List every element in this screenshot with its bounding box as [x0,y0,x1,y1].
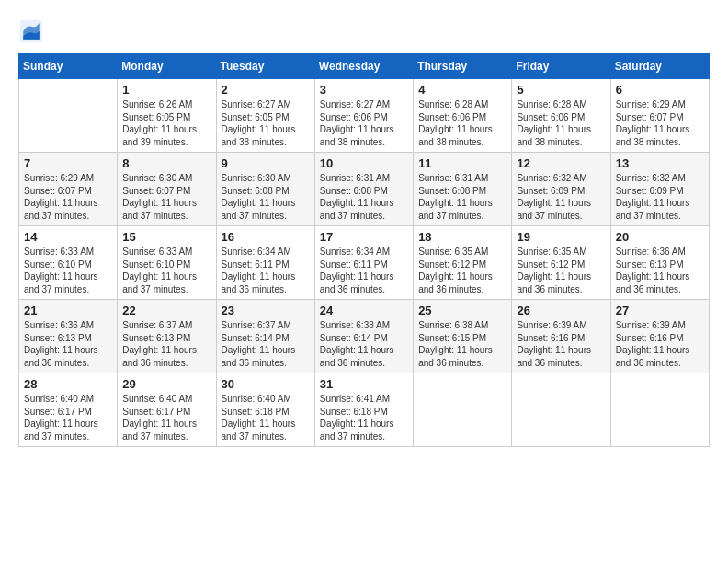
calendar-cell [512,373,610,447]
day-number: 30 [222,377,310,391]
day-info: Sunrise: 6:29 AMSunset: 6:07 PMDaylight:… [24,172,112,222]
calendar-week-row: 28Sunrise: 6:40 AMSunset: 6:17 PMDayligh… [19,373,710,447]
day-number: 5 [517,83,605,97]
day-info: Sunrise: 6:35 AMSunset: 6:12 PMDaylight:… [418,246,506,295]
calendar-cell: 6Sunrise: 6:29 AMSunset: 6:07 PMDaylight… [610,79,709,153]
calendar-cell: 18Sunrise: 6:35 AMSunset: 6:12 PMDayligh… [414,226,512,300]
day-info: Sunrise: 6:40 AMSunset: 6:18 PMDaylight:… [222,393,310,442]
day-number: 14 [24,230,112,244]
calendar-cell: 29Sunrise: 6:40 AMSunset: 6:17 PMDayligh… [118,373,216,447]
day-number: 6 [616,83,704,97]
calendar-cell: 17Sunrise: 6:34 AMSunset: 6:11 PMDayligh… [314,226,413,300]
day-number: 28 [24,377,112,391]
day-info: Sunrise: 6:31 AMSunset: 6:08 PMDaylight:… [418,172,506,222]
logo [18,18,48,44]
calendar-cell: 10Sunrise: 6:31 AMSunset: 6:08 PMDayligh… [314,153,413,226]
day-info: Sunrise: 6:40 AMSunset: 6:17 PMDaylight:… [24,393,112,442]
header-saturday: Saturday [610,54,709,79]
day-info: Sunrise: 6:33 AMSunset: 6:10 PMDaylight:… [122,246,210,295]
day-info: Sunrise: 6:35 AMSunset: 6:12 PMDaylight:… [517,246,605,295]
header-tuesday: Tuesday [216,54,314,79]
day-number: 9 [222,156,310,170]
calendar-cell: 25Sunrise: 6:38 AMSunset: 6:15 PMDayligh… [414,300,512,373]
header-sunday: Sunday [19,54,118,79]
day-info: Sunrise: 6:37 AMSunset: 6:13 PMDaylight:… [122,319,210,369]
calendar-cell: 13Sunrise: 6:32 AMSunset: 6:09 PMDayligh… [610,153,709,226]
calendar-cell: 23Sunrise: 6:37 AMSunset: 6:14 PMDayligh… [216,300,314,373]
calendar-week-row: 1Sunrise: 6:26 AMSunset: 6:05 PMDaylight… [19,79,710,153]
day-info: Sunrise: 6:40 AMSunset: 6:17 PMDaylight:… [122,393,210,442]
day-number: 19 [517,230,605,244]
calendar-cell: 2Sunrise: 6:27 AMSunset: 6:05 PMDaylight… [216,79,314,153]
calendar-cell: 5Sunrise: 6:28 AMSunset: 6:06 PMDaylight… [512,79,610,153]
day-number: 7 [24,156,112,170]
day-info: Sunrise: 6:33 AMSunset: 6:10 PMDaylight:… [24,246,112,295]
calendar-cell: 9Sunrise: 6:30 AMSunset: 6:08 PMDaylight… [216,153,314,226]
calendar-cell: 14Sunrise: 6:33 AMSunset: 6:10 PMDayligh… [19,226,118,300]
page-header [18,18,710,44]
calendar-cell: 19Sunrise: 6:35 AMSunset: 6:12 PMDayligh… [512,226,610,300]
day-info: Sunrise: 6:38 AMSunset: 6:15 PMDaylight:… [418,319,506,369]
header-friday: Friday [512,54,610,79]
calendar-week-row: 14Sunrise: 6:33 AMSunset: 6:10 PMDayligh… [19,226,710,300]
day-info: Sunrise: 6:26 AMSunset: 6:05 PMDaylight:… [122,98,210,148]
day-info: Sunrise: 6:28 AMSunset: 6:06 PMDaylight:… [418,98,506,148]
day-number: 8 [122,156,210,170]
calendar-cell: 16Sunrise: 6:34 AMSunset: 6:11 PMDayligh… [216,226,314,300]
calendar-cell: 1Sunrise: 6:26 AMSunset: 6:05 PMDaylight… [118,79,216,153]
day-info: Sunrise: 6:34 AMSunset: 6:11 PMDaylight:… [320,246,408,295]
day-info: Sunrise: 6:27 AMSunset: 6:06 PMDaylight:… [320,98,408,148]
calendar-table: SundayMondayTuesdayWednesdayThursdayFrid… [18,53,710,447]
day-info: Sunrise: 6:27 AMSunset: 6:05 PMDaylight:… [222,98,310,148]
day-number: 25 [418,304,506,317]
day-info: Sunrise: 6:29 AMSunset: 6:07 PMDaylight:… [616,98,704,148]
calendar-cell: 31Sunrise: 6:41 AMSunset: 6:18 PMDayligh… [314,373,413,447]
day-number: 31 [320,377,408,391]
calendar-cell: 21Sunrise: 6:36 AMSunset: 6:13 PMDayligh… [19,300,118,373]
day-number: 15 [122,230,210,244]
day-info: Sunrise: 6:30 AMSunset: 6:08 PMDaylight:… [222,172,310,222]
day-number: 13 [616,156,704,170]
calendar-cell: 26Sunrise: 6:39 AMSunset: 6:16 PMDayligh… [512,300,610,373]
day-number: 12 [517,156,605,170]
calendar-cell: 8Sunrise: 6:30 AMSunset: 6:07 PMDaylight… [118,153,216,226]
calendar-cell: 28Sunrise: 6:40 AMSunset: 6:17 PMDayligh… [19,373,118,447]
day-info: Sunrise: 6:38 AMSunset: 6:14 PMDaylight:… [320,319,408,369]
day-number: 4 [418,83,506,97]
day-number: 20 [616,230,704,244]
day-info: Sunrise: 6:36 AMSunset: 6:13 PMDaylight:… [616,246,704,295]
calendar-cell [414,373,512,447]
day-number: 24 [320,304,408,317]
day-number: 17 [320,230,408,244]
day-info: Sunrise: 6:36 AMSunset: 6:13 PMDaylight:… [24,319,112,369]
day-info: Sunrise: 6:39 AMSunset: 6:16 PMDaylight:… [517,319,605,369]
calendar-cell: 4Sunrise: 6:28 AMSunset: 6:06 PMDaylight… [414,79,512,153]
calendar-cell: 15Sunrise: 6:33 AMSunset: 6:10 PMDayligh… [118,226,216,300]
day-number: 29 [122,377,210,391]
day-number: 1 [122,83,210,97]
day-number: 2 [222,83,310,97]
day-info: Sunrise: 6:32 AMSunset: 6:09 PMDaylight:… [616,172,704,222]
day-number: 11 [418,156,506,170]
calendar-cell: 22Sunrise: 6:37 AMSunset: 6:13 PMDayligh… [118,300,216,373]
day-number: 3 [320,83,408,97]
header-thursday: Thursday [414,54,512,79]
day-number: 27 [616,304,704,317]
header-wednesday: Wednesday [314,54,413,79]
day-number: 16 [222,230,310,244]
calendar-cell: 30Sunrise: 6:40 AMSunset: 6:18 PMDayligh… [216,373,314,447]
header-monday: Monday [118,54,216,79]
day-number: 10 [320,156,408,170]
calendar-cell: 27Sunrise: 6:39 AMSunset: 6:16 PMDayligh… [610,300,709,373]
calendar-cell: 3Sunrise: 6:27 AMSunset: 6:06 PMDaylight… [314,79,413,153]
calendar-cell [19,79,118,153]
day-info: Sunrise: 6:32 AMSunset: 6:09 PMDaylight:… [517,172,605,222]
calendar-week-row: 7Sunrise: 6:29 AMSunset: 6:07 PMDaylight… [19,153,710,226]
calendar-cell: 11Sunrise: 6:31 AMSunset: 6:08 PMDayligh… [414,153,512,226]
day-info: Sunrise: 6:28 AMSunset: 6:06 PMDaylight:… [517,98,605,148]
day-info: Sunrise: 6:30 AMSunset: 6:07 PMDaylight:… [122,172,210,222]
day-info: Sunrise: 6:37 AMSunset: 6:14 PMDaylight:… [222,319,310,369]
calendar-cell: 12Sunrise: 6:32 AMSunset: 6:09 PMDayligh… [512,153,610,226]
day-info: Sunrise: 6:39 AMSunset: 6:16 PMDaylight:… [616,319,704,369]
calendar-header-row: SundayMondayTuesdayWednesdayThursdayFrid… [19,54,710,79]
